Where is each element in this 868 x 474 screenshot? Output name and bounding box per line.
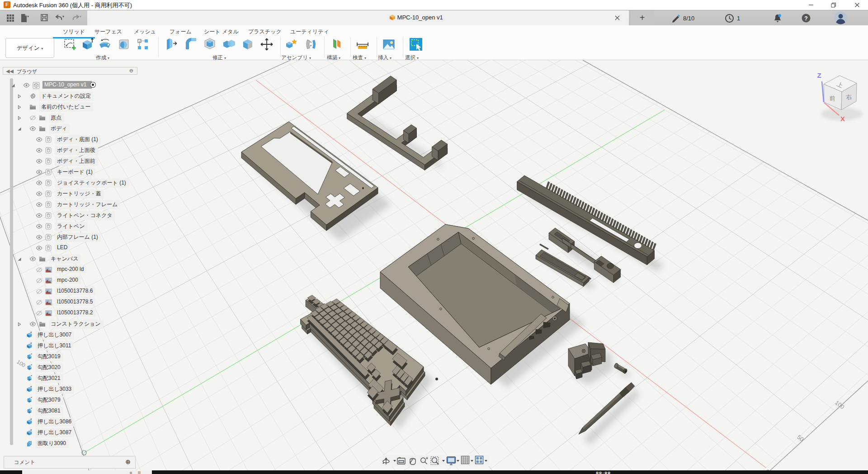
- svg-text:?: ?: [804, 15, 807, 22]
- svg-text:前: 前: [830, 95, 835, 102]
- svg-text:X: X: [840, 115, 845, 123]
- svg-text:右: 右: [845, 93, 852, 101]
- svg-text:Z: Z: [817, 71, 821, 79]
